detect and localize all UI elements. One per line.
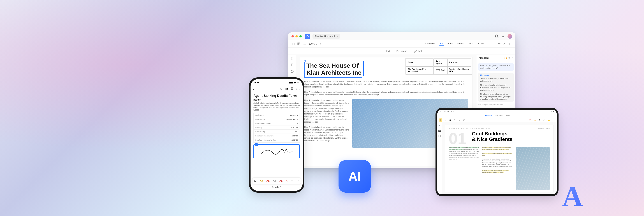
svg-point-9	[280, 88, 282, 89]
chevron-down-icon[interactable]: ⌄	[488, 42, 490, 46]
search-icon[interactable]	[280, 87, 283, 91]
tab-tools[interactable]: Tools	[506, 115, 510, 117]
list-view-icon[interactable]	[303, 42, 306, 46]
ai-greeting-text: Hello! I'm Lumi, your AI assistant. How …	[480, 65, 510, 69]
page-column: Vivamus at 2012 i, Curabitur blandit tem…	[482, 147, 514, 190]
document-title: The Sea House Of Klan Architects Inc	[306, 62, 362, 76]
signature-tool-icon[interactable]: ✍	[547, 119, 550, 122]
tab-comment[interactable]: Comment	[484, 115, 492, 117]
svg-rect-0	[292, 43, 294, 45]
chevron-up-icon[interactable]: ⌃	[280, 186, 282, 188]
pen-tool-icon[interactable]: ✎	[453, 119, 456, 122]
signal-icon: ▮▮▮▮	[289, 81, 293, 84]
minimize-window-button[interactable]	[296, 35, 298, 37]
link-icon	[414, 50, 417, 53]
close-tab-icon[interactable]: ×	[336, 35, 338, 38]
close-icon[interactable]: ×	[512, 57, 513, 59]
bookmark-icon[interactable]	[290, 87, 294, 91]
shape-tool-icon[interactable]: ◯	[528, 119, 532, 122]
more-tools-icon[interactable]: ⋯	[552, 119, 555, 122]
highlighter-tool-icon[interactable]: ▱	[458, 119, 461, 122]
note-tool-icon[interactable]: ▭	[533, 119, 536, 122]
redo-icon[interactable]: ↷	[297, 179, 299, 182]
thumbnails-icon[interactable]	[290, 57, 294, 60]
menu-form[interactable]: Form	[448, 42, 453, 46]
bookmark-icon[interactable]: ☐	[438, 134, 441, 138]
menu-edit[interactable]: Edit	[440, 42, 444, 46]
table-row: The Sea House Klan Architects Inc 550ft …	[406, 66, 472, 74]
add-text-tool[interactable]: Text	[382, 50, 390, 53]
undo-icon[interactable]: ↶	[292, 179, 294, 182]
tab-edit-pdf[interactable]: Edit PDF	[496, 115, 503, 117]
grid-icon[interactable]	[285, 87, 288, 91]
form-title: Agent Banking Details Form	[254, 94, 300, 98]
text-tool-icon[interactable]: T	[538, 119, 541, 122]
form-table: Bank NameABC Bank Bank BranchDrive-up Br…	[254, 113, 300, 143]
new-chat-icon[interactable]: ✎	[508, 57, 510, 59]
menu-batch[interactable]: Batch	[478, 42, 484, 46]
maximize-window-button[interactable]	[299, 35, 302, 37]
tablet-left-rail: ‹ ▦ ☐	[437, 122, 442, 194]
selected-text-box[interactable]: The Sea House Of Klan Architects Inc	[304, 61, 364, 78]
table-row: Bank NameABC Bank	[254, 114, 299, 117]
bookmark-icon[interactable]	[290, 63, 294, 67]
table-row: Bank CityNew York	[254, 126, 299, 130]
back-icon[interactable]: ‹	[439, 124, 440, 127]
ai-summary-point: 3.It relies on photovoltaic panels for e…	[480, 93, 512, 100]
add-image-tool[interactable]: Image	[396, 50, 407, 53]
zoom-out-button[interactable]: −	[324, 43, 325, 45]
more-icon[interactable]: •••	[296, 87, 300, 91]
highlighter-yellow-tool[interactable]: A	[439, 119, 442, 122]
ai-badge-label: AI	[348, 169, 361, 184]
signature-field[interactable]	[254, 144, 300, 158]
text-style-button[interactable]: Aa	[273, 179, 276, 182]
text-style-button[interactable]: Aa	[260, 179, 263, 182]
ai-summary-point: 2.Our exceptionally talented and experie…	[480, 84, 512, 91]
comment-icon[interactable]	[290, 70, 294, 73]
chevron-down-icon: ⌄	[315, 43, 317, 45]
back-icon[interactable]: ‹	[253, 87, 254, 91]
thumbnails-icon[interactable]: ▦	[438, 129, 441, 132]
svg-rect-10	[286, 88, 286, 88]
compile-label[interactable]: Compile	[272, 186, 279, 188]
expand-icon[interactable]: ⛶	[504, 57, 506, 59]
eraser-tool-icon[interactable]: ◫	[462, 119, 466, 122]
table-header: Location	[447, 58, 472, 66]
menu-protect[interactable]: Protect	[457, 42, 464, 46]
menu-comment[interactable]: Comment	[426, 42, 436, 46]
traffic-lights	[292, 35, 302, 37]
user-avatar[interactable]	[508, 34, 512, 39]
svg-rect-11	[287, 88, 288, 88]
zoom-control[interactable]: 100% ⌄	[309, 43, 317, 45]
table-row: Beneficiary Account Name1206489	[254, 134, 299, 138]
svg-rect-8	[291, 57, 293, 60]
phone-bottom-bar: Compile ⌃	[250, 185, 302, 189]
strikethrough-tool[interactable]: S	[448, 119, 452, 122]
underline-tool[interactable]: U	[444, 119, 447, 122]
phone-mockup: 9:41 ▮▮▮▮ ◉ ▬ ‹ ••• Agent Banking Detail…	[250, 79, 302, 191]
notifications-icon[interactable]	[494, 34, 498, 38]
ai-summary-tag: #Summary	[480, 74, 512, 77]
share-icon[interactable]	[503, 42, 506, 46]
document-tab-title: The Sea House.pdf	[315, 35, 335, 38]
download-icon[interactable]	[501, 34, 505, 38]
text-style-button[interactable]: Aa	[266, 179, 270, 182]
table-row: Bank Address (Street)-	[254, 122, 299, 126]
stamp-tool-icon[interactable]: ✓	[542, 119, 546, 122]
table-cell: Westport, Washington, USA	[447, 66, 472, 74]
add-link-tool[interactable]: Link	[414, 50, 422, 53]
menu-tools[interactable]: Tools	[468, 42, 474, 46]
document-tab[interactable]: The Sea House.pdf ×	[312, 34, 340, 39]
panel-icon[interactable]	[509, 42, 512, 46]
text-style-button[interactable]: Aa	[280, 179, 282, 182]
tablet-document-canvas[interactable]: HOUSE & HOME THE BUILDINGS WE LOVE To Cr…	[442, 122, 557, 194]
sidebar-toggle-icon[interactable]	[292, 42, 295, 46]
document-column-text: Khan Architects Inc., is a mid-sized arc…	[304, 99, 349, 123]
zoom-in-button[interactable]: +	[320, 43, 321, 45]
ai-sparkle-icon[interactable]	[498, 42, 501, 46]
close-window-button[interactable]	[292, 35, 294, 37]
pen-tool-icon[interactable]: ✎	[286, 179, 288, 182]
grid-view-icon[interactable]	[297, 42, 300, 46]
checkbox-tool-icon[interactable]: ☐	[254, 179, 256, 182]
phone-status-bar: 9:41 ▮▮▮▮ ◉ ▬	[250, 79, 302, 86]
